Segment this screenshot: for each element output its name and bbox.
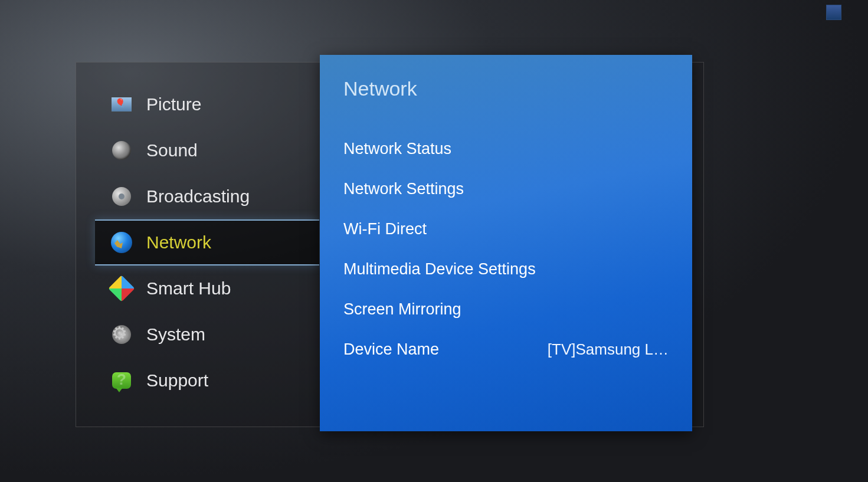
panel-item-screen-mirroring[interactable]: Screen Mirroring (343, 289, 669, 329)
sidebar-item-label: Smart Hub (146, 278, 231, 299)
sidebar: Picture Sound Broadcasting Network Smart… (95, 81, 319, 404)
broadcasting-icon (110, 186, 133, 207)
sidebar-item-network[interactable]: Network (95, 219, 319, 265)
panel-title: Network (343, 77, 669, 100)
sidebar-item-label: Sound (146, 140, 198, 160)
sidebar-item-support[interactable]: Support (95, 358, 319, 404)
sidebar-item-smarthub[interactable]: Smart Hub (95, 265, 319, 312)
sidebar-item-system[interactable]: System (95, 312, 319, 358)
sidebar-item-label: Broadcasting (146, 186, 250, 206)
smarthub-icon (110, 278, 133, 299)
sidebar-item-label: Network (146, 232, 211, 253)
panel-item-wifi-direct[interactable]: Wi-Fi Direct (343, 209, 669, 249)
panel-item-value: [TV]Samsung L… (548, 340, 669, 359)
panel-item-multimedia-device-settings[interactable]: Multimedia Device Settings (343, 249, 669, 289)
corner-logo (826, 5, 841, 20)
sound-icon (110, 140, 133, 161)
sidebar-item-label: System (146, 324, 205, 345)
support-icon (110, 370, 133, 391)
sidebar-item-broadcasting[interactable]: Broadcasting (95, 173, 319, 219)
panel-item-label: Device Name (343, 340, 439, 359)
panel-item-label: Network Settings (343, 180, 464, 198)
sidebar-item-label: Support (146, 370, 208, 391)
settings-menu: Picture Sound Broadcasting Network Smart… (76, 62, 704, 427)
sidebar-item-sound[interactable]: Sound (95, 127, 319, 173)
panel-item-label: Wi-Fi Direct (343, 220, 427, 238)
sidebar-item-label: Picture (146, 94, 201, 114)
network-panel: Network Network Status Network Settings … (320, 55, 692, 431)
panel-item-network-settings[interactable]: Network Settings (343, 169, 669, 209)
panel-item-network-status[interactable]: Network Status (343, 129, 669, 169)
panel-item-device-name[interactable]: Device Name [TV]Samsung L… (343, 329, 669, 369)
panel-item-label: Screen Mirroring (343, 300, 461, 319)
sidebar-item-picture[interactable]: Picture (95, 81, 319, 127)
network-icon (110, 232, 133, 253)
panel-item-label: Multimedia Device Settings (343, 260, 536, 278)
panel-item-label: Network Status (343, 140, 451, 158)
system-icon (110, 324, 133, 345)
picture-icon (110, 94, 133, 115)
